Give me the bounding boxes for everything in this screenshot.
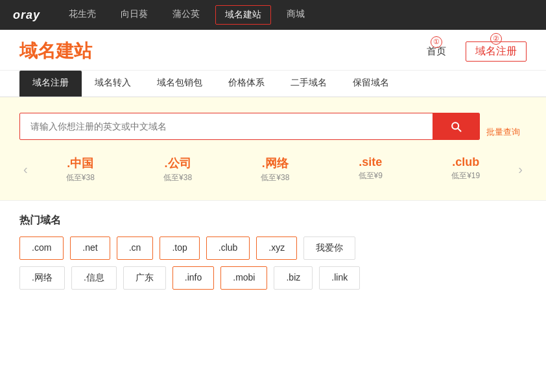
hot-domains-title: 热门域名 — [19, 214, 527, 227]
tld-items: .中国低至¥38.公司低至¥38.网络低至¥38.site低至¥9.club低至… — [32, 152, 515, 187]
tld-name: .公司 — [165, 156, 191, 171]
domain-grid-row2: .网络.信息广东.info.mobi.biz.link — [19, 266, 527, 290]
circle-num-2: ② — [490, 33, 502, 45]
tld-price: 低至¥19 — [451, 170, 480, 181]
domain-tag[interactable]: .com — [19, 236, 64, 260]
tld-price: 低至¥38 — [163, 172, 192, 183]
nav-items: 花生壳向日葵蒲公英域名建站商城 — [60, 5, 533, 25]
sub-tab-域名注册[interactable]: 域名注册 — [19, 71, 82, 97]
sub-tab-价格体系[interactable]: 价格体系 — [215, 71, 278, 97]
domain-tag[interactable]: .xyz — [256, 236, 297, 260]
sub-tab-域名转入[interactable]: 域名转入 — [82, 71, 144, 97]
nav-item-向日葵[interactable]: 向日葵 — [112, 5, 157, 25]
tld-name: .网络 — [262, 156, 289, 171]
domain-grid-row1: .com.net.cn.top.club.xyz我爱你 — [19, 236, 527, 260]
domain-tag[interactable]: .club — [206, 236, 250, 260]
nav-item-商城[interactable]: 商城 — [278, 5, 314, 25]
tld-item[interactable]: .club低至¥19 — [438, 152, 493, 187]
page-title: 域名建站 — [19, 39, 92, 63]
search-input[interactable] — [20, 115, 433, 138]
domain-tag[interactable]: 广东 — [123, 266, 166, 290]
sub-tab-域名包销包[interactable]: 域名包销包 — [144, 71, 215, 97]
header-right: ① 首页 ② 域名注册 — [427, 41, 527, 62]
domain-tag[interactable]: .网络 — [19, 266, 65, 290]
register-link[interactable]: ② 域名注册 — [466, 41, 527, 62]
sub-tab-保留域名[interactable]: 保留域名 — [340, 71, 402, 97]
domain-tag[interactable]: 我爱你 — [303, 236, 355, 260]
tld-item[interactable]: .中国低至¥38 — [53, 152, 108, 187]
search-icon — [449, 120, 462, 133]
top-navigation: oray 花生壳向日葵蒲公英域名建站商城 — [0, 0, 546, 30]
tld-name: .site — [359, 156, 382, 169]
nav-item-域名建站[interactable]: 域名建站 — [215, 5, 271, 25]
hot-section: 热门域名 .com.net.cn.top.club.xyz我爱你 .网络.信息广… — [0, 201, 546, 303]
circle-num-1: ① — [431, 36, 442, 48]
batch-query-link[interactable]: 批量查询 — [480, 120, 527, 144]
search-button[interactable] — [433, 113, 479, 139]
domain-tag[interactable]: .link — [319, 266, 360, 290]
carousel-prev[interactable]: ‹ — [19, 162, 32, 177]
sub-tabs: 域名注册域名转入域名包销包价格体系二手域名保留域名 — [0, 71, 546, 97]
tld-item[interactable]: .网络低至¥38 — [248, 152, 302, 187]
domain-tag[interactable]: .top — [160, 236, 199, 260]
tld-item[interactable]: .site低至¥9 — [346, 152, 396, 187]
tld-price: 低至¥38 — [261, 172, 289, 183]
tld-price: 低至¥9 — [359, 170, 383, 181]
domain-tag[interactable]: .cn — [117, 236, 154, 260]
search-section: 批量查询 ‹ .中国低至¥38.公司低至¥38.网络低至¥38.site低至¥9… — [0, 97, 546, 201]
tld-carousel: ‹ .中国低至¥38.公司低至¥38.网络低至¥38.site低至¥9.club… — [19, 152, 527, 187]
domain-tag[interactable]: .info — [172, 266, 214, 290]
tld-price: 低至¥38 — [66, 172, 95, 183]
tld-name: .club — [452, 156, 479, 169]
domain-tag[interactable]: .biz — [274, 266, 313, 290]
sub-tab-二手域名[interactable]: 二手域名 — [278, 71, 340, 97]
domain-tag[interactable]: .mobi — [220, 266, 267, 290]
nav-item-花生壳[interactable]: 花生壳 — [60, 5, 105, 25]
home-link[interactable]: ① 首页 — [427, 45, 446, 58]
tld-name: .中国 — [67, 156, 93, 171]
brand-logo[interactable]: oray — [13, 8, 40, 22]
search-bar — [19, 113, 480, 140]
tld-item[interactable]: .公司低至¥38 — [150, 152, 205, 187]
nav-item-蒲公英[interactable]: 蒲公英 — [163, 5, 209, 25]
carousel-next[interactable]: › — [514, 162, 527, 177]
page-header: 域名建站 ① 首页 ② 域名注册 — [0, 30, 546, 71]
domain-tag[interactable]: .信息 — [71, 266, 117, 290]
register-label: 域名注册 — [475, 45, 517, 56]
domain-tag[interactable]: .net — [70, 236, 110, 260]
